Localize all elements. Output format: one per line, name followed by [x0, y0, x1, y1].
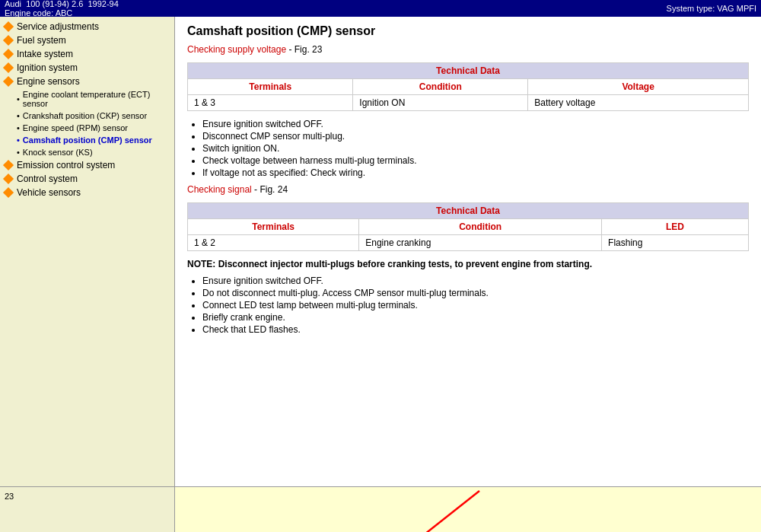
table-row: 1 & 3 Ignition ON Battery voltage [188, 95, 749, 111]
sidebar-label: Engine coolant temperature (ECT) sensor [23, 90, 170, 108]
table2-col-led: LED [602, 219, 749, 235]
section1-fig-ref: - Fig. 23 [288, 44, 322, 55]
figure-number: 23 [3, 490, 171, 502]
section1-link[interactable]: Checking supply voltage - Fig. 23 [187, 44, 749, 55]
cmp-sensor-diagram: 1 2 3 V AD80172 [183, 502, 350, 533]
table2-header: Technical Data [188, 203, 749, 219]
sidebar-item-cmp-sensor[interactable]: Camshaft position (CMP) sensor [0, 134, 174, 146]
list-item: Check voltage between harness multi-plug… [202, 155, 749, 166]
sidebar-item-rpm-sensor[interactable]: Engine speed (RPM) sensor [0, 122, 174, 134]
list-item: Connect LED test lamp between multi-plug… [202, 300, 749, 311]
list-item: If voltage not as specified: Check wirin… [202, 167, 749, 178]
diamond-icon [3, 187, 14, 198]
table1-col-condition: Condition [353, 79, 528, 95]
title-bar: Audi 100 (91-94) 2.6 1992-94 Engine code… [0, 0, 761, 17]
cell-condition: Engine cranking [359, 235, 602, 251]
section2-link-text: Checking signal [187, 184, 252, 195]
table-row: 1 & 2 Engine cranking Flashing [188, 235, 749, 251]
table2-col-condition: Condition [359, 219, 602, 235]
title-left: Audi 100 (91-94) 2.6 1992-94 Engine code… [5, 0, 119, 18]
section1-bullets: Ensure ignition switched OFF. Disconnect… [202, 119, 749, 178]
section2-link[interactable]: Checking signal - Fig. 24 [187, 184, 749, 195]
sidebar-item-ect-sensor[interactable]: Engine coolant temperature (ECT) sensor [0, 88, 174, 110]
table1-col-voltage: Voltage [528, 79, 749, 95]
page-title: Camshaft position (CMP) sensor [187, 24, 749, 38]
table1-header: Technical Data [188, 63, 749, 79]
sidebar-label: Fuel system [17, 35, 66, 46]
cell-terminals: 1 & 2 [188, 235, 359, 251]
sidebar-label: Knock sensor (KS) [23, 148, 93, 157]
sidebar-item-ks-sensor[interactable]: Knock sensor (KS) [0, 146, 174, 158]
table-section2: Technical Data Terminals Condition LED 1… [187, 202, 749, 251]
figure-area: 1 2 3 V AD80172 [175, 487, 761, 532]
sidebar-item-service-adjustments[interactable]: Service adjustments [0, 20, 174, 33]
sidebar-label: Camshaft position (CMP) sensor [23, 135, 152, 145]
diamond-icon [3, 76, 14, 87]
sidebar-label: Emission control system [17, 160, 115, 170]
section2-note: NOTE: Disconnect injector multi-plugs be… [187, 259, 749, 269]
list-item: Check that LED flashes. [202, 324, 749, 335]
sidebar-label: Crankshaft position (CKP) sensor [23, 111, 147, 120]
table-section1: Technical Data Terminals Condition Volta… [187, 62, 749, 111]
section2-fig-ref: - Fig. 24 [254, 184, 288, 195]
sidebar-label: Engine sensors [17, 76, 80, 87]
table1-col-terminals: Terminals [188, 79, 353, 95]
sidebar-label: Intake system [17, 49, 73, 59]
diamond-icon [3, 49, 14, 59]
sidebar-item-control-system[interactable]: Control system [0, 172, 174, 186]
list-item: Switch ignition ON. [202, 143, 749, 154]
sidebar-label: Control system [17, 174, 78, 184]
list-item: Do not disconnect multi-plug. Access CMP… [202, 288, 749, 298]
diamond-icon [3, 174, 14, 184]
table2-col-terminals: Terminals [188, 219, 359, 235]
sidebar-item-emission-control[interactable]: Emission control system [0, 158, 174, 172]
sidebar-item-vehicle-sensors[interactable]: Vehicle sensors [0, 186, 174, 199]
cell-condition: Ignition ON [353, 95, 528, 111]
diamond-icon [3, 62, 14, 73]
title-car-model: Audi 100 (91-94) 2.6 1992-94 [5, 0, 119, 8]
bottom-area: 23 1 2 3 [0, 486, 761, 532]
list-item: Briefly crank engine. [202, 312, 749, 323]
content-area: Camshaft position (CMP) sensor Checking … [175, 17, 761, 486]
sidebar-label: Engine speed (RPM) sensor [23, 123, 128, 132]
list-item: Ensure ignition switched OFF. [202, 119, 749, 129]
cell-voltage: Battery voltage [528, 95, 749, 111]
sidebar-label: Vehicle sensors [17, 187, 81, 198]
cell-led: Flashing [602, 235, 749, 251]
sidebar-item-fuel-system[interactable]: Fuel system [0, 33, 174, 47]
sidebar-item-ignition-system[interactable]: Ignition system [0, 61, 174, 75]
sidebar-label: Ignition system [17, 62, 78, 73]
sidebar-item-ckp-sensor[interactable]: Crankshaft position (CKP) sensor [0, 110, 174, 122]
main-layout: Service adjustments Fuel system Intake s… [0, 17, 761, 486]
diamond-icon [3, 21, 14, 32]
title-system-type: System type: VAG MPFI [667, 4, 756, 13]
sidebar-bottom: 23 [0, 487, 175, 532]
list-item: Ensure ignition switched OFF. [202, 276, 749, 286]
list-item: Disconnect CMP sensor multi-plug. [202, 131, 749, 142]
sidebar-item-intake-system[interactable]: Intake system [0, 47, 174, 61]
sidebar: Service adjustments Fuel system Intake s… [0, 17, 175, 486]
section2-bullets: Ensure ignition switched OFF. Do not dis… [202, 276, 749, 335]
diamond-icon [3, 160, 14, 170]
sidebar-item-engine-sensors[interactable]: Engine sensors [0, 75, 174, 88]
cell-terminals: 1 & 3 [188, 95, 353, 111]
section1-link-text: Checking supply voltage [187, 44, 286, 55]
diamond-icon [3, 35, 14, 46]
sidebar-label: Service adjustments [17, 21, 99, 32]
